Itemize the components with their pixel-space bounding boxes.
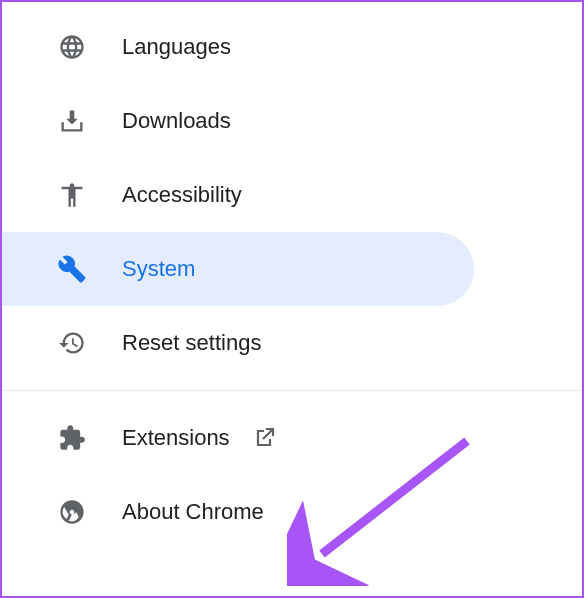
settings-sidebar: Languages Downloads Accessibility System…: [2, 2, 582, 549]
nav-item-about-chrome[interactable]: About Chrome: [2, 475, 474, 549]
nav-item-languages[interactable]: Languages: [2, 10, 474, 84]
external-link-icon: [252, 426, 276, 450]
nav-label: Accessibility: [122, 182, 242, 208]
chrome-icon: [56, 496, 88, 528]
nav-label: Reset settings: [122, 330, 261, 356]
wrench-icon: [56, 253, 88, 285]
nav-item-extensions[interactable]: Extensions: [2, 401, 474, 475]
nav-label: Languages: [122, 34, 231, 60]
puzzle-icon: [56, 422, 88, 454]
nav-item-downloads[interactable]: Downloads: [2, 84, 474, 158]
history-icon: [56, 327, 88, 359]
nav-label: System: [122, 256, 195, 282]
nav-item-accessibility[interactable]: Accessibility: [2, 158, 474, 232]
nav-label: About Chrome: [122, 499, 264, 525]
nav-label: Downloads: [122, 108, 231, 134]
accessibility-icon: [56, 179, 88, 211]
nav-item-system[interactable]: System: [2, 232, 474, 306]
globe-icon: [56, 31, 88, 63]
download-icon: [56, 105, 88, 137]
nav-item-reset-settings[interactable]: Reset settings: [2, 306, 474, 380]
divider: [2, 390, 582, 391]
nav-label: Extensions: [122, 425, 230, 451]
